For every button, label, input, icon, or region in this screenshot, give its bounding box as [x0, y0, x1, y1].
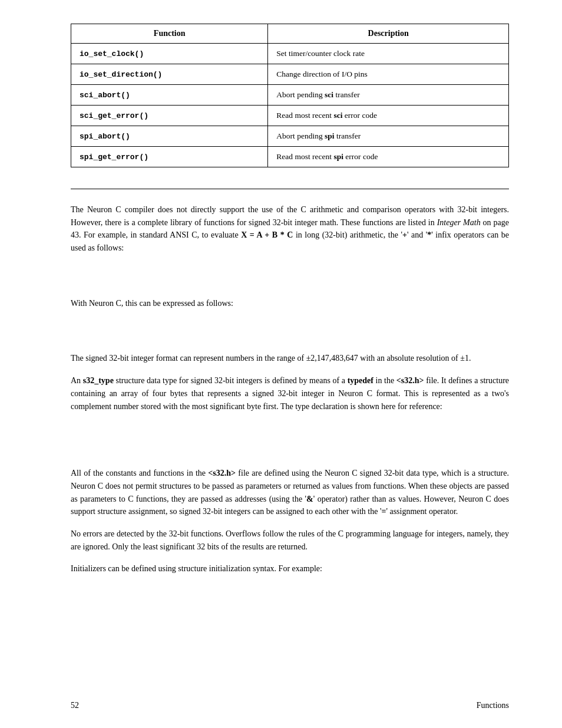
bold-s32type: s32_type: [83, 376, 114, 385]
table-cell-function: spi_abort(): [71, 126, 268, 147]
table-cell-description: Read most recent spi error code: [268, 147, 509, 167]
table-row: spi_get_error() Read most recent spi err…: [71, 147, 509, 167]
table-header-function: Function: [71, 24, 268, 44]
table-cell-description: Abort pending spi transfer: [268, 126, 509, 147]
table-row: sci_abort() Abort pending sci transfer: [71, 85, 509, 106]
table-row: sci_get_error() Read most recent sci err…: [71, 106, 509, 126]
section-label: Functions: [477, 701, 509, 710]
code-block-3: [94, 422, 509, 457]
page-footer: 52 Functions: [71, 701, 509, 710]
page-number: 52: [71, 701, 79, 710]
paragraph-4: An s32_type structure data type for sign…: [71, 374, 509, 413]
bold-formula: X = A + B * C: [241, 230, 293, 239]
function-table: Function Description io_set_clock() Set …: [71, 24, 509, 167]
bold-s32h: <s32.h>: [396, 376, 424, 385]
bold-s32h-2: <s32.h>: [208, 469, 236, 477]
table-cell-description: Change direction of I/O pins: [268, 64, 509, 85]
table-cell-description: Abort pending sci transfer: [268, 85, 509, 106]
table-cell-description: Read most recent sci error code: [268, 106, 509, 126]
italic-text: Integer Math: [437, 218, 481, 227]
paragraph-7: Initializers can be defined using struct…: [71, 562, 509, 575]
table-cell-function: sci_abort(): [71, 85, 268, 106]
code-block-1: [94, 264, 509, 288]
table-cell-function: spi_get_error(): [71, 147, 268, 167]
table-header-description: Description: [268, 24, 509, 44]
table-cell-description: Set timer/counter clock rate: [268, 44, 509, 64]
section-divider: [71, 189, 509, 189]
code-block-2: [94, 319, 509, 342]
table-row: spi_abort() Abort pending spi transfer: [71, 126, 509, 147]
table-cell-function: io_set_clock(): [71, 44, 268, 64]
paragraph-5: All of the constants and functions in th…: [71, 467, 509, 518]
paragraph-1: The Neuron C compiler does not directly …: [71, 203, 509, 255]
table-cell-function: io_set_direction(): [71, 64, 268, 85]
paragraph-6: No errors are detected by the 32-bit fun…: [71, 528, 509, 553]
table-row: io_set_clock() Set timer/counter clock r…: [71, 44, 509, 64]
paragraph-3: The signed 32-bit integer format can rep…: [71, 352, 509, 365]
paragraph-2: With Neuron C, this can be expressed as …: [71, 297, 509, 310]
table-cell-function: sci_get_error(): [71, 106, 268, 126]
table-row: io_set_direction() Change direction of I…: [71, 64, 509, 85]
bold-typedef: typedef: [348, 376, 373, 385]
page-content: Function Description io_set_clock() Set …: [71, 24, 509, 575]
